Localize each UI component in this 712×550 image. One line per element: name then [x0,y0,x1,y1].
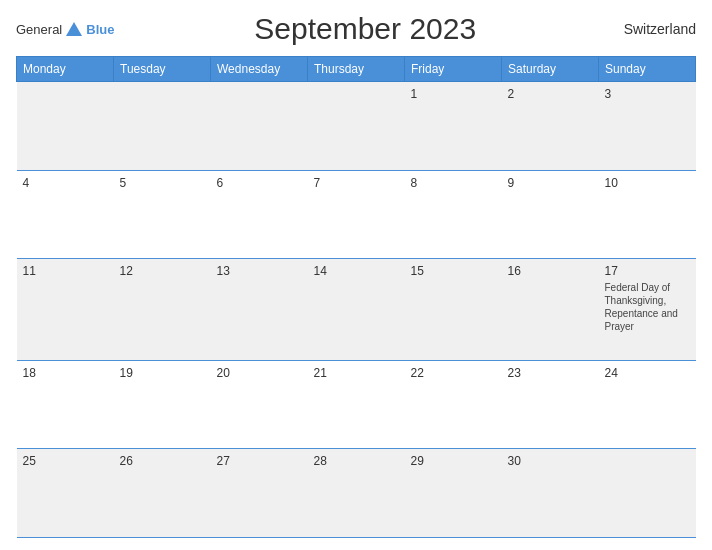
country-label: Switzerland [616,21,696,37]
table-row: 21 [308,360,405,449]
table-row: 19 [114,360,211,449]
calendar-row: 11121314151617Federal Day of Thanksgivin… [17,259,696,360]
table-row: 22 [405,360,502,449]
table-row: 20 [211,360,308,449]
holiday-label: Federal Day of Thanksgiving, Repentance … [605,281,690,333]
col-monday: Monday [17,57,114,82]
table-row [17,82,114,171]
day-number: 20 [217,366,302,380]
day-number: 10 [605,176,690,190]
day-number: 29 [411,454,496,468]
day-number: 22 [411,366,496,380]
table-row: 2 [502,82,599,171]
table-row: 29 [405,449,502,538]
col-sunday: Sunday [599,57,696,82]
table-row: 15 [405,259,502,360]
day-number: 16 [508,264,593,278]
day-number: 30 [508,454,593,468]
table-row [308,82,405,171]
table-row: 24 [599,360,696,449]
table-row: 6 [211,170,308,259]
table-row: 16 [502,259,599,360]
day-number: 24 [605,366,690,380]
col-tuesday: Tuesday [114,57,211,82]
day-number: 18 [23,366,108,380]
day-number: 3 [605,87,690,101]
col-friday: Friday [405,57,502,82]
logo-triangle-icon [66,22,82,36]
calendar-table: Monday Tuesday Wednesday Thursday Friday… [16,56,696,538]
day-number: 19 [120,366,205,380]
logo-text-general: General [16,22,62,37]
table-row: 1 [405,82,502,171]
day-number: 8 [411,176,496,190]
calendar-row: 18192021222324 [17,360,696,449]
table-row: 9 [502,170,599,259]
table-row: 7 [308,170,405,259]
day-number: 4 [23,176,108,190]
day-number: 7 [314,176,399,190]
table-row: 10 [599,170,696,259]
table-row: 13 [211,259,308,360]
day-number: 12 [120,264,205,278]
day-number: 25 [23,454,108,468]
col-wednesday: Wednesday [211,57,308,82]
table-row: 25 [17,449,114,538]
calendar-row: 252627282930 [17,449,696,538]
calendar-page: General Blue September 2023 Switzerland … [0,0,712,550]
table-row: 26 [114,449,211,538]
table-row [211,82,308,171]
table-row: 14 [308,259,405,360]
day-number: 5 [120,176,205,190]
logo-text-blue: Blue [86,22,114,37]
day-number: 1 [411,87,496,101]
calendar-row: 45678910 [17,170,696,259]
col-saturday: Saturday [502,57,599,82]
table-row: 4 [17,170,114,259]
col-thursday: Thursday [308,57,405,82]
table-row: 27 [211,449,308,538]
day-number: 17 [605,264,690,278]
day-number: 23 [508,366,593,380]
day-number: 11 [23,264,108,278]
day-number: 14 [314,264,399,278]
day-number: 28 [314,454,399,468]
table-row: 12 [114,259,211,360]
day-number: 6 [217,176,302,190]
table-row: 8 [405,170,502,259]
day-number: 9 [508,176,593,190]
day-number: 13 [217,264,302,278]
day-number: 26 [120,454,205,468]
days-header-row: Monday Tuesday Wednesday Thursday Friday… [17,57,696,82]
table-row: 11 [17,259,114,360]
day-number: 15 [411,264,496,278]
table-row: 23 [502,360,599,449]
logo: General Blue [16,20,114,38]
calendar-title: September 2023 [114,12,616,46]
day-number: 2 [508,87,593,101]
header: General Blue September 2023 Switzerland [16,12,696,46]
table-row [114,82,211,171]
calendar-row: 123 [17,82,696,171]
table-row: 30 [502,449,599,538]
day-number: 21 [314,366,399,380]
table-row [599,449,696,538]
table-row: 18 [17,360,114,449]
table-row: 5 [114,170,211,259]
table-row: 17Federal Day of Thanksgiving, Repentanc… [599,259,696,360]
table-row: 28 [308,449,405,538]
day-number: 27 [217,454,302,468]
table-row: 3 [599,82,696,171]
